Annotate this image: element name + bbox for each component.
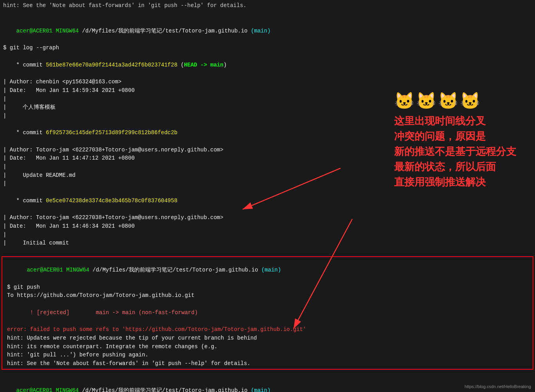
csdn-watermark: https://blog.csdn.net/HelloBreaking [465,384,531,389]
hint-line-2: hint: its remote counterpart. Integrate … [4,343,531,351]
hint-line-1: hint: Updates were rejected because the … [4,334,531,343]
error-line: error: failed to push some refs to 'http… [4,325,531,334]
rejected-line: ! [rejected] main -> main (non-fast-forw… [4,300,531,325]
git-push-command: $ git push [4,283,531,292]
hint-line-4: hint: See the 'Note about fast-forwards'… [4,360,531,368]
prompt-line-3: acer@ACER01 MINGW64 /d/Myfiles/我的前端学习笔记/… [0,378,535,392]
prompt-branch-2: (main) [261,267,281,273]
commit-2-hash-line: * commit 6f925736c145def25713d89f299c812… [0,120,535,146]
commit-1-hash-line: * commit 561be87e66e70a90f21441a3ad42f6b… [0,52,535,78]
hint-line-3: hint: 'git pull ...') before pushing aga… [4,351,531,360]
prompt-user-2: acer@ACER01 MINGW64 [27,267,89,273]
prompt-line-2: acer@ACER01 MINGW64 /d/Myfiles/我的前端学习笔记/… [4,258,531,283]
prompt-path-2: /d/Myfiles/我的前端学习笔记/test/Totoro-jam.gith… [89,267,261,273]
commit-2-sep: | [0,163,535,171]
git-log-command: $ git log --graph [0,44,535,52]
spacer [0,10,535,19]
terminal-window: hint: See the 'Note about fast-forwards'… [0,0,535,392]
push-to-url: To https://github.com/Totoro-jam/Totoro-… [4,291,531,300]
commit-2-date: | Date: Mon Jan 11 14:47:12 2021 +0800 [0,154,535,163]
top-hint-line: hint: See the 'Note about fast-forwards'… [0,2,535,10]
prompt-path-3: /d/Myfiles/我的前端学习笔记/test/Totoro-jam.gith… [79,387,251,392]
error-section: acer@ACER01 MINGW64 /d/Myfiles/我的前端学习笔记/… [2,256,533,370]
commit-1-sep: | [0,95,535,104]
commit-3-hash-line: * commit 0e5ce074238de3374c8e3b465b78c0f… [0,188,535,214]
commit-1-author: | Author: chenbin <py156324@163.com> [0,78,535,86]
commit-3-author: | Author: Totoro-jam <62227038+Totoro-ja… [0,214,535,222]
prompt-branch-3: (main) [251,387,270,392]
prompt-user-3: acer@ACER01 MINGW64 [16,387,79,392]
prompt-branch-1: (main) [251,28,270,34]
prompt-path-1: /d/Myfiles/我的前端学习笔记/test/Totoro-jam.gith… [79,28,251,34]
commit-2-msg: | Update README.md [0,171,535,180]
commit-2-sep2: | [0,180,535,188]
commit-3-sep: | [0,231,535,239]
spacer-3 [0,370,535,378]
commit-3-msg: | Initial commit [0,239,535,248]
commit-1-msg: | 个人博客模板 [0,103,535,112]
commit-2-author: | Author: Totoro-jam <62227038+Totoro-ja… [0,146,535,155]
spacer-2 [0,248,535,256]
commit-1-date: | Date: Mon Jan 11 14:59:34 2021 +0800 [0,86,535,95]
commit-3-date: | Date: Mon Jan 11 14:46:34 2021 +0800 [0,222,535,231]
prompt-user-1: acer@ACER01 MINGW64 [16,28,79,34]
commit-1-sep2: | [0,112,535,120]
prompt-line-1: acer@ACER01 MINGW64 /d/Myfiles/我的前端学习笔记/… [0,18,535,44]
